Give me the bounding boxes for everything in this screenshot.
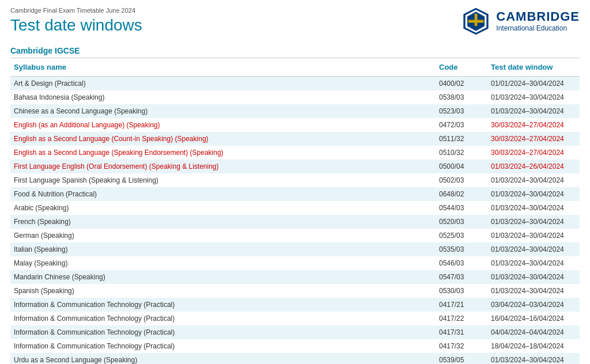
table-row: First Language Spanish (Speaking & Liste… <box>10 173 580 187</box>
table-row: Art & Design (Practical)0400/0201/01/202… <box>10 77 580 91</box>
table-row: English as a Second Language (Speaking E… <box>10 146 580 160</box>
cell-code: 0472/03 <box>436 118 487 132</box>
cell-syllabus: Spanish (Speaking) <box>10 284 436 298</box>
table-row: Urdu as a Second Language (Speaking)0539… <box>10 353 580 364</box>
cell-syllabus: English (as an Additional Language) (Spe… <box>10 118 436 132</box>
cell-window: 30/03/2024–27/04/2024 <box>487 132 580 146</box>
table-row: Italian (Speaking)0535/0301/03/2024–30/0… <box>10 242 580 256</box>
col-header-syllabus: Syllabus name <box>10 58 436 77</box>
cell-code: 0530/03 <box>436 284 487 298</box>
cell-syllabus: First Language Spanish (Speaking & Liste… <box>10 173 436 187</box>
table-row: First Language English (Oral Endorsement… <box>10 160 580 173</box>
cell-code: 0500/04 <box>436 160 487 173</box>
cell-window: 01/03/2024–30/04/2024 <box>487 187 580 201</box>
cell-syllabus: Art & Design (Practical) <box>10 77 436 91</box>
table-row: English (as an Additional Language) (Spe… <box>10 118 580 132</box>
table-row: Malay (Speaking)0546/0301/03/2024–30/04/… <box>10 256 580 270</box>
cell-code: 0546/03 <box>436 256 487 270</box>
cell-window: 01/03/2024–30/04/2024 <box>487 215 580 229</box>
table-row: Chinese as a Second Language (Speaking)0… <box>10 104 580 118</box>
cell-code: 0417/21 <box>436 298 487 312</box>
cell-syllabus: Food & Nutrition (Practical) <box>10 187 436 201</box>
col-header-code: Code <box>436 58 487 77</box>
cell-window: 03/04/2024–03/04/2024 <box>487 298 580 312</box>
cell-window: 30/03/2024–27/04/2024 <box>487 118 580 132</box>
cell-code: 0417/31 <box>436 325 487 339</box>
table-row: German (Speaking)0525/0301/03/2024–30/04… <box>10 229 580 242</box>
cell-code: 0523/03 <box>436 104 487 118</box>
cell-window: 01/03/2024–30/04/2024 <box>487 104 580 118</box>
cell-code: 0535/03 <box>436 242 487 256</box>
table-row: Food & Nutrition (Practical)0648/0201/03… <box>10 187 580 201</box>
cell-code: 0417/22 <box>436 312 487 325</box>
table-row: Information & Communication Technology (… <box>10 312 580 325</box>
cell-syllabus: English as a Second Language (Count-in S… <box>10 132 436 146</box>
cell-syllabus: Mandarin Chinese (Speaking) <box>10 270 436 284</box>
cell-window: 01/03/2024–30/04/2024 <box>487 284 580 298</box>
cell-code: 0544/03 <box>436 201 487 215</box>
cell-syllabus: French (Speaking) <box>10 215 436 229</box>
cell-syllabus: Urdu as a Second Language (Speaking) <box>10 353 436 364</box>
cell-syllabus: Information & Communication Technology (… <box>10 298 436 312</box>
svg-rect-4 <box>468 20 484 23</box>
cell-window: 01/03/2024–30/04/2024 <box>487 270 580 284</box>
cell-window: 18/04/2024–18/04/2024 <box>487 339 580 353</box>
table-row: Bahasa Indonesia (Speaking)0538/0301/03/… <box>10 90 580 104</box>
cell-window: 01/03/2024–30/04/2024 <box>487 201 580 215</box>
logo-cambridge-text: CAMBRIDGE <box>496 9 580 24</box>
col-header-window: Test date window <box>487 58 580 77</box>
table-header-row: Syllabus name Code Test date window <box>10 58 580 77</box>
cell-code: 0547/03 <box>436 270 487 284</box>
table-row: Mandarin Chinese (Speaking)0547/0301/03/… <box>10 270 580 284</box>
cell-code: 0525/03 <box>436 229 487 242</box>
section-heading: Cambridge IGCSE <box>0 40 590 58</box>
cell-syllabus: Information & Communication Technology (… <box>10 339 436 353</box>
cell-window: 01/03/2024–30/04/2024 <box>487 353 580 364</box>
cell-syllabus: Malay (Speaking) <box>10 256 436 270</box>
cell-window: 01/03/2024–30/04/2024 <box>487 242 580 256</box>
cell-window: 01/03/2024–30/04/2024 <box>487 173 580 187</box>
cell-window: 01/03/2024–30/04/2024 <box>487 229 580 242</box>
header-left: Cambridge Final Exam Timetable June 2024… <box>10 7 142 35</box>
cell-syllabus: German (Speaking) <box>10 229 436 242</box>
cell-syllabus: Information & Communication Technology (… <box>10 325 436 339</box>
logo-area: CAMBRIDGE International Education <box>462 7 580 36</box>
cell-code: 0520/03 <box>436 215 487 229</box>
cell-syllabus: First Language English (Oral Endorsement… <box>10 160 436 173</box>
table-row: Arabic (Speaking)0544/0301/03/2024–30/04… <box>10 201 580 215</box>
cell-window: 01/03/2024–26/04/2024 <box>487 160 580 173</box>
page-header: Cambridge Final Exam Timetable June 2024… <box>0 0 590 40</box>
table-row: Information & Communication Technology (… <box>10 339 580 353</box>
cell-syllabus: Arabic (Speaking) <box>10 201 436 215</box>
cell-code: 0400/02 <box>436 77 487 91</box>
cell-code: 0538/03 <box>436 90 487 104</box>
cell-code: 0539/05 <box>436 353 487 364</box>
cell-window: 01/03/2024–30/04/2024 <box>487 90 580 104</box>
cell-window: 30/03/2024–27/04/2024 <box>487 146 580 160</box>
cell-code: 0502/03 <box>436 173 487 187</box>
cell-window: 01/03/2024–30/04/2024 <box>487 256 580 270</box>
table-row: Information & Communication Technology (… <box>10 298 580 312</box>
cell-code: 0510/32 <box>436 146 487 160</box>
cell-syllabus: Chinese as a Second Language (Speaking) <box>10 104 436 118</box>
table-row: English as a Second Language (Count-in S… <box>10 132 580 146</box>
cambridge-shield-icon <box>462 7 490 36</box>
logo-text-block: CAMBRIDGE International Education <box>496 9 580 33</box>
cell-syllabus: Bahasa Indonesia (Speaking) <box>10 90 436 104</box>
table-row: Information & Communication Technology (… <box>10 325 580 339</box>
cell-code: 0648/02 <box>436 187 487 201</box>
cell-window: 04/04/2024–04/04/2024 <box>487 325 580 339</box>
table-row: Spanish (Speaking)0530/0301/03/2024–30/0… <box>10 284 580 298</box>
cell-code: 0417/32 <box>436 339 487 353</box>
small-title: Cambridge Final Exam Timetable June 2024 <box>10 7 142 14</box>
cell-window: 01/01/2024–30/04/2024 <box>487 77 580 91</box>
timetable: Syllabus name Code Test date window Art … <box>10 58 580 364</box>
page-title: Test date windows <box>10 16 142 35</box>
cell-code: 0511/32 <box>436 132 487 146</box>
cell-window: 16/04/2024–16/04/2024 <box>487 312 580 325</box>
table-row: French (Speaking)0520/0301/03/2024–30/04… <box>10 215 580 229</box>
cell-syllabus: English as a Second Language (Speaking E… <box>10 146 436 160</box>
cell-syllabus: Italian (Speaking) <box>10 242 436 256</box>
logo-sub-text: International Education <box>496 24 567 33</box>
table-container: Syllabus name Code Test date window Art … <box>0 58 590 364</box>
